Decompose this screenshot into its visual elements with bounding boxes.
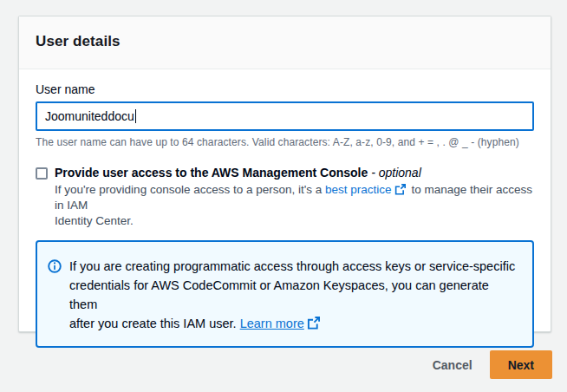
learn-more-link[interactable]: Learn more (240, 317, 304, 330)
user-details-card: User details User name Joomuniteddocu Th… (18, 16, 551, 332)
username-constraint-text: The user name can have up to 64 characte… (36, 136, 534, 148)
optional-suffix: - optional (371, 166, 421, 180)
console-access-label: Provide user access to the AWS Managemen… (55, 166, 421, 180)
wizard-footer-actions: Cancel Next (429, 350, 552, 379)
page-title: User details (36, 33, 534, 50)
username-input[interactable]: Joomuniteddocu (36, 101, 534, 131)
console-access-checkbox[interactable] (36, 167, 48, 180)
console-access-description: If you're providing console access to a … (55, 182, 533, 229)
next-button[interactable]: Next (490, 350, 552, 379)
card-body: User name Joomuniteddocu The user name c… (19, 69, 551, 365)
info-icon (48, 259, 62, 273)
info-alert-text: If you are creating programmatic access … (69, 257, 518, 333)
card-header: User details (19, 16, 551, 69)
text-caret (135, 109, 137, 123)
best-practice-link[interactable]: best practice (325, 183, 392, 196)
username-label: User name (36, 82, 534, 96)
info-alert: If you are creating programmatic access … (36, 240, 534, 348)
console-access-row: Provide user access to the AWS Managemen… (36, 166, 534, 180)
external-link-icon (307, 316, 320, 329)
cancel-button[interactable]: Cancel (429, 353, 476, 377)
external-link-icon (394, 184, 406, 195)
username-input-value: Joomuniteddocu (45, 109, 134, 123)
